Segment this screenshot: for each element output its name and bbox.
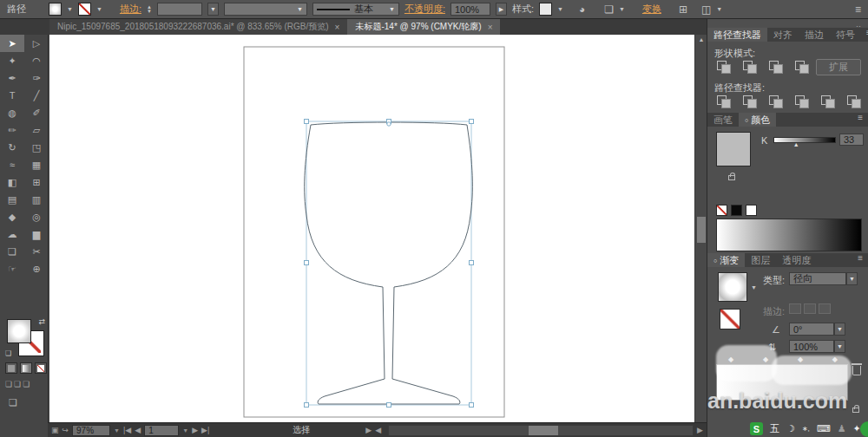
curvature-pen-tool[interactable]: ✑ (24, 69, 49, 87)
gradient-angle-dropdown-icon[interactable]: ▼ (834, 323, 845, 336)
direct-selection-tool[interactable]: ▷ (24, 35, 49, 52)
line-segment-tool[interactable]: ╱ (24, 87, 49, 104)
gradient-button[interactable] (20, 362, 32, 374)
minus-back-icon[interactable] (846, 95, 862, 108)
window-icon[interactable]: ▣ (51, 426, 59, 434)
scroll-left-icon[interactable]: ▶ (365, 426, 372, 434)
stroke-width-stepper[interactable]: ▲▼ (147, 5, 152, 14)
symbol-sprayer-tool[interactable]: ☁ (0, 225, 24, 243)
zoom-level-combo[interactable]: 97% (72, 425, 110, 436)
keyboard-icon[interactable]: ⌨ (817, 423, 831, 434)
color-panel-menu-icon[interactable]: ≡ (852, 113, 868, 127)
magic-wand-tool[interactable]: ✦ (0, 52, 24, 69)
green-badge-icon[interactable] (860, 421, 868, 437)
transform-link[interactable]: 变换 (642, 3, 661, 16)
paintbrush-tool[interactable]: ✐ (24, 104, 49, 121)
select-similar-dropdown-icon[interactable]: ▼ (619, 6, 625, 12)
intersect-icon[interactable] (768, 61, 784, 74)
gradient-preset-thumbnail[interactable] (718, 272, 747, 302)
opacity-link[interactable]: 不透明度: (404, 3, 445, 16)
horizontal-scrollbar[interactable] (388, 425, 694, 436)
select-similar-icon[interactable]: ❏ (604, 3, 614, 16)
fill-color-swatch[interactable] (49, 3, 62, 16)
moon-icon[interactable]: ☽ (786, 423, 795, 434)
color-tab-1[interactable]: 画笔 (707, 113, 739, 127)
k-slider[interactable]: ▲ (773, 137, 836, 143)
scale-tool[interactable]: ◳ (24, 139, 49, 156)
blend-tool[interactable]: ◎ (24, 208, 49, 225)
zoom-dropdown-icon[interactable]: ▼ (114, 427, 120, 434)
fill-indicator-gradient[interactable] (7, 319, 31, 343)
gradient-tab-3[interactable]: 透明度 (776, 253, 817, 267)
zoom-tool[interactable]: ⊕ (24, 260, 49, 277)
draw-inside-icon[interactable]: ❏ (23, 380, 30, 388)
vertical-scrollbar[interactable]: ▲ (694, 35, 707, 422)
blob-brush-tool[interactable]: ◍ (0, 104, 24, 121)
selection-tool[interactable]: ➤ (0, 35, 24, 52)
pencil-tool[interactable]: ✏ (0, 121, 24, 139)
hand-tool[interactable]: ☞ (0, 260, 24, 277)
artboard-number-combo[interactable]: 1 (144, 425, 179, 436)
rotate-tool[interactable]: ↻ (0, 139, 24, 156)
lasso-tool[interactable]: ◠ (24, 52, 49, 69)
eraser-tool[interactable]: ▱ (24, 121, 49, 139)
shape-builder-tool[interactable]: ◧ (0, 173, 24, 191)
pathfinder-tab-2[interactable]: 对齐 (767, 28, 799, 42)
scroll-up-icon[interactable]: ▲ (695, 36, 707, 42)
stroke-color-swatch[interactable] (78, 3, 91, 16)
trim-icon[interactable] (742, 95, 758, 108)
gradient-tab-2[interactable]: 图层 (745, 253, 776, 267)
document-tab-1[interactable]: Nipic_15097685_20180518093222687036.ai* … (49, 19, 347, 35)
stroke-along-icon[interactable] (804, 303, 816, 314)
crop-icon[interactable] (794, 95, 810, 108)
document-tab-2[interactable]: 未标题-14* @ 97% (CMYK/轮廓) × (347, 19, 500, 35)
gradient-aspect-combo[interactable]: 100% (789, 340, 834, 353)
type-tool[interactable]: T (0, 87, 24, 104)
vertical-scroll-thumb[interactable] (697, 217, 706, 243)
close-icon[interactable]: × (488, 23, 493, 32)
default-fill-stroke-icon[interactable]: ❏ (5, 349, 11, 357)
next-artboard-icon[interactable]: ▶ (192, 426, 198, 434)
pathfinder-tab-4[interactable]: 符号 (830, 28, 861, 42)
stroke-across-icon[interactable] (819, 303, 831, 314)
first-artboard-icon[interactable]: |◀ (123, 426, 131, 434)
expand-button[interactable]: 扩展 (816, 59, 861, 75)
pen-tool[interactable]: ✒ (0, 69, 24, 87)
arrange-icon[interactable]: ◫ (701, 3, 711, 16)
control-bar-menu-icon[interactable]: ≡ (855, 3, 861, 16)
scroll-right-icon[interactable]: ▶ (697, 426, 703, 434)
width-tool[interactable]: ≈ (0, 156, 24, 173)
close-icon[interactable]: × (335, 23, 340, 32)
stroke-panel-link[interactable]: 描边: (120, 3, 141, 16)
current-color-swatch[interactable] (716, 132, 751, 166)
gradient-stroke-indicator[interactable] (720, 309, 740, 329)
prev-artboard-icon[interactable]: ◀ (135, 426, 141, 434)
stroke-within-icon[interactable] (789, 303, 801, 314)
slice-tool[interactable]: ✂ (24, 243, 49, 260)
pathfinder-tab-1[interactable]: 路径查找器 (707, 28, 767, 42)
fill-dropdown-icon[interactable]: ▼ (67, 6, 73, 12)
divide-icon[interactable] (716, 95, 732, 108)
k-value-field[interactable]: 33 (839, 134, 864, 146)
trash-icon[interactable] (852, 366, 861, 375)
brush-definition-combo[interactable]: 基本 ▼ (312, 3, 399, 16)
scroll-left-icon[interactable]: ◀ (375, 426, 381, 434)
perspective-grid-tool[interactable]: ⊞ (24, 173, 49, 191)
unite-icon[interactable] (716, 61, 732, 74)
style-swatch[interactable] (539, 3, 552, 16)
black-swatch[interactable] (731, 205, 742, 216)
anchor-point[interactable] (387, 122, 391, 126)
stroke-width-combo[interactable] (157, 3, 202, 16)
gradient-angle-combo[interactable]: 0° (789, 323, 834, 336)
person-icon[interactable]: ♟ (838, 423, 846, 434)
wubi-mode-label[interactable]: 五 (770, 422, 779, 435)
fill-stroke-indicator[interactable]: ⇄ ❏ (7, 319, 43, 355)
artboard-dropdown-icon[interactable]: ▼ (182, 427, 188, 434)
recolor-artwork-icon[interactable]: ◕ (579, 3, 585, 16)
color-tab-2[interactable]: 颜色 (739, 113, 776, 127)
mesh-tool[interactable]: ▤ (0, 191, 24, 208)
gradient-panel-menu-icon[interactable]: ≡ (852, 253, 868, 267)
align-icon[interactable]: ⊞ (679, 3, 687, 16)
share-icon[interactable]: ↪ (62, 426, 69, 434)
canvas[interactable] (49, 35, 694, 422)
